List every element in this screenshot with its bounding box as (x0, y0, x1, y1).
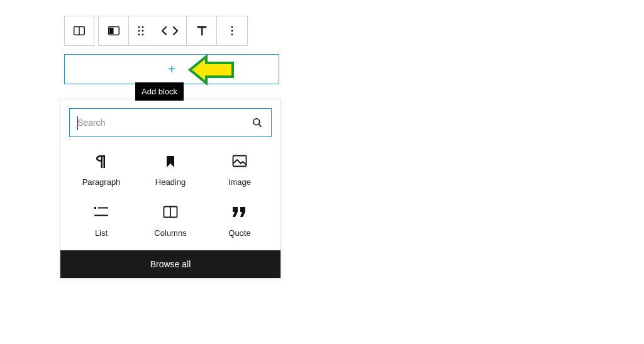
columns-block-icon (163, 204, 178, 219)
svg-rect-11 (201, 28, 203, 35)
block-label: List (95, 228, 108, 238)
search-box[interactable] (69, 108, 272, 137)
toolbar-columns-block-button[interactable] (64, 16, 94, 46)
svg-line-17 (259, 125, 262, 127)
svg-point-16 (253, 119, 260, 125)
block-item-columns[interactable]: Columns (136, 204, 205, 238)
row-height-icon (195, 24, 209, 38)
block-item-quote[interactable]: Quote (205, 204, 274, 238)
more-vertical-icon (226, 25, 238, 36)
svg-rect-21 (98, 208, 108, 209)
svg-point-4 (138, 26, 140, 28)
toolbar-align-button[interactable] (99, 16, 129, 46)
block-item-paragraph[interactable]: Paragraph (67, 153, 136, 187)
paragraph-icon (95, 153, 108, 169)
block-item-list[interactable]: List (67, 204, 136, 238)
block-item-image[interactable]: Image (205, 153, 274, 187)
search-input[interactable] (77, 118, 251, 128)
add-block-appender[interactable]: + Add block (64, 54, 279, 84)
arrow-pointer-annotation (186, 52, 236, 88)
svg-point-7 (142, 30, 144, 32)
toolbar-more-button[interactable] (217, 16, 247, 46)
add-block-tooltip: Add block (135, 82, 184, 101)
block-label: Heading (155, 177, 186, 187)
svg-point-9 (142, 34, 144, 36)
toolbar-group (98, 16, 248, 46)
svg-rect-10 (197, 26, 206, 28)
block-label: Image (228, 177, 251, 187)
block-label: Paragraph (82, 177, 121, 187)
svg-point-6 (138, 30, 140, 32)
browse-all-button[interactable]: Browse all (60, 250, 280, 278)
chevron-left-right-icon (158, 25, 181, 37)
block-inserter-popover: Paragraph Heading Image (60, 99, 281, 279)
image-icon (232, 153, 247, 169)
block-item-heading[interactable]: Heading (136, 153, 205, 187)
svg-marker-18 (167, 156, 174, 167)
text-cursor (77, 116, 78, 130)
columns-icon (72, 24, 86, 38)
svg-point-14 (231, 34, 233, 36)
drag-handle-icon (136, 25, 145, 36)
block-toolbar (64, 16, 281, 46)
toolbar-row-height-button[interactable] (187, 16, 217, 46)
svg-rect-20 (94, 207, 96, 209)
search-icon (251, 116, 264, 129)
block-label: Quote (228, 228, 250, 238)
block-grid: Paragraph Heading Image (60, 146, 280, 250)
svg-point-8 (138, 34, 140, 36)
svg-point-12 (231, 26, 233, 28)
quote-icon (233, 204, 247, 219)
column-align-icon (107, 24, 121, 38)
svg-point-5 (142, 26, 144, 28)
svg-rect-3 (109, 28, 113, 34)
svg-point-13 (231, 30, 233, 32)
toolbar-move-button[interactable] (153, 16, 187, 46)
svg-rect-22 (94, 215, 108, 216)
heading-icon (165, 153, 175, 169)
list-icon (94, 204, 108, 219)
toolbar-drag-handle[interactable] (129, 16, 153, 46)
plus-icon: + (168, 63, 175, 75)
block-label: Columns (154, 228, 186, 238)
svg-marker-15 (190, 57, 233, 83)
